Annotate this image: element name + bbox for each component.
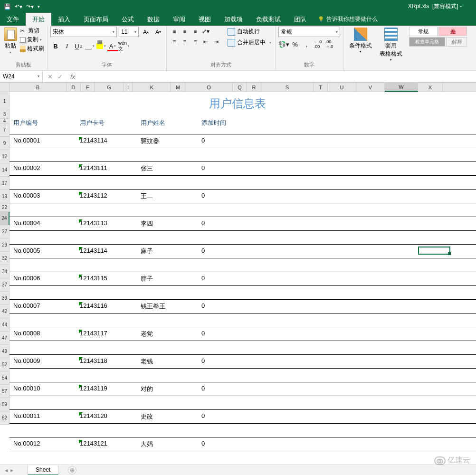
cell-no[interactable]: No.00006 <box>13 275 80 283</box>
indent-increase-button[interactable]: ⇥ <box>211 37 221 47</box>
fill-color-button[interactable]: ▾ <box>96 41 106 51</box>
cell-card[interactable]: 12143115 <box>80 275 141 283</box>
fx-icon[interactable]: fx <box>70 73 75 80</box>
border-button[interactable]: ▾ <box>85 41 95 51</box>
paste-button[interactable]: 粘贴 ▾ <box>3 27 18 56</box>
table-row[interactable]: No.0000812143117老党0 <box>10 327 476 341</box>
row-header-14[interactable]: 14 <box>0 163 10 177</box>
tell-me-search[interactable]: 告诉我你想要做什么 <box>318 13 378 26</box>
undo-icon[interactable]: ↶▾ <box>15 3 22 10</box>
row-header-9[interactable]: 9 <box>0 137 10 150</box>
cell-no[interactable]: No.00003 <box>13 192 80 200</box>
tab-loadtest[interactable]: 负载测试 <box>249 13 287 26</box>
align-middle-button[interactable]: ≡ <box>180 27 190 36</box>
cell-name[interactable]: 胖子 <box>141 275 201 283</box>
accounting-button[interactable]: 💱▾ <box>278 39 289 49</box>
row-header-57[interactable]: 57 <box>0 385 10 398</box>
table-row[interactable]: No.0000612143115胖子0 <box>10 272 476 286</box>
col-header-F[interactable]: F <box>81 83 95 92</box>
row-header-44[interactable]: 44 <box>0 318 10 332</box>
cell-time[interactable]: 0 <box>201 412 258 421</box>
row-header-22[interactable]: 22 <box>0 203 10 212</box>
row-header-49[interactable]: 49 <box>0 345 10 358</box>
cell-time[interactable]: 0 <box>201 219 258 228</box>
row-header-1[interactable]: 1 <box>0 92 10 110</box>
tab-view[interactable]: 视图 <box>192 13 218 26</box>
italic-button[interactable]: I <box>62 41 72 51</box>
save-icon[interactable]: 💾 <box>4 3 11 10</box>
tab-layout[interactable]: 页面布局 <box>77 13 115 26</box>
number-format-combo[interactable]: 常规▾ <box>278 27 340 37</box>
cell-time[interactable]: 0 <box>201 137 258 145</box>
cell-card[interactable]: 12143116 <box>80 302 141 311</box>
cell-name[interactable]: 王二 <box>141 192 201 200</box>
cell-time[interactable]: 0 <box>201 302 258 311</box>
style-bad[interactable]: 差 <box>438 27 467 36</box>
cell-card[interactable]: 12143113 <box>80 219 141 228</box>
col-header-S[interactable]: S <box>261 83 314 92</box>
table-row[interactable]: No.0000712143116钱王拳王0 <box>10 299 476 314</box>
font-size-combo[interactable]: 11▾ <box>119 27 139 37</box>
qat-more-icon[interactable]: ▾ <box>38 4 40 9</box>
cell-name[interactable]: 钱王拳王 <box>141 302 201 311</box>
row-header-19[interactable]: 19 <box>0 190 10 203</box>
cell-name[interactable]: 驱蚊器 <box>141 137 201 145</box>
cell-no[interactable]: No.00002 <box>13 164 80 173</box>
cell-no[interactable]: No.00012 <box>13 440 80 448</box>
cell-time[interactable]: 0 <box>201 385 258 393</box>
col-header-I[interactable]: I <box>124 83 133 92</box>
table-row[interactable]: No.0000912143118老钱0 <box>10 354 476 369</box>
align-left-button[interactable]: ≡ <box>170 37 179 47</box>
tab-team[interactable]: 团队 <box>287 13 313 26</box>
align-right-button[interactable]: ≡ <box>190 37 200 47</box>
row-header-3[interactable]: 3 <box>0 110 10 119</box>
tab-review[interactable]: 审阅 <box>166 13 192 26</box>
table-row[interactable]: No.0000512143114麻子0 <box>10 244 476 258</box>
tab-file[interactable]: 文件 <box>0 13 26 26</box>
style-explain[interactable]: 解释 <box>446 37 467 47</box>
row-header-7[interactable]: 7 <box>0 124 10 137</box>
cell-name[interactable]: 更改 <box>141 412 201 421</box>
indent-decrease-button[interactable]: ⇤ <box>201 37 210 47</box>
format-painter-button[interactable]: 格式刷 <box>20 45 44 53</box>
cell-style-gallery[interactable]: 常规 差 检查单元格 解释 <box>409 27 467 47</box>
table-row[interactable]: No.0000112143114驱蚊器0 <box>10 134 476 148</box>
cell-no[interactable]: No.00008 <box>13 330 80 338</box>
row-header-12[interactable]: 12 <box>0 150 10 163</box>
formula-input[interactable] <box>80 71 476 82</box>
format-as-table-button[interactable]: 套用 表格格式▾ <box>377 27 405 63</box>
cell-card[interactable]: 12143114 <box>80 247 141 256</box>
row-header-52[interactable]: 52 <box>0 358 10 371</box>
row-header-37[interactable]: 37 <box>0 278 10 292</box>
col-header-T[interactable]: T <box>314 83 328 92</box>
row-header-24[interactable]: 24 <box>0 212 10 225</box>
new-sheet-button[interactable]: ⊕ <box>68 466 76 475</box>
select-all-corner[interactable] <box>0 83 10 92</box>
cell-no[interactable]: No.00004 <box>13 219 80 228</box>
cell-name[interactable]: 对的 <box>141 385 201 393</box>
copy-button[interactable]: 复制▾ <box>20 36 44 44</box>
tab-formulas[interactable]: 公式 <box>115 13 141 26</box>
cell-card[interactable]: 12143121 <box>80 440 141 448</box>
merge-center-button[interactable]: 合并后居中▾ <box>227 38 272 48</box>
table-row[interactable]: No.0001012143119对的0 <box>10 382 476 396</box>
col-header-W[interactable]: W <box>385 83 418 92</box>
sheet-tab-active[interactable]: Sheet <box>28 465 58 475</box>
cell-name[interactable]: 张三 <box>141 164 201 173</box>
table-row[interactable]: No.0000312143112王二0 <box>10 189 476 203</box>
cell-name[interactable]: 老钱 <box>141 357 201 366</box>
cell-card[interactable]: 12143119 <box>80 385 141 393</box>
table-row[interactable]: No.0001112143120更改0 <box>10 409 476 424</box>
cell-time[interactable]: 0 <box>201 440 258 448</box>
col-header-V[interactable]: V <box>356 83 385 92</box>
style-check[interactable]: 检查单元格 <box>409 37 445 47</box>
col-header-Q[interactable]: Q <box>233 83 247 92</box>
row-header-29[interactable]: 29 <box>0 238 10 252</box>
tab-nav-prev[interactable]: ◂ <box>5 467 8 474</box>
cell-no[interactable]: No.00009 <box>13 357 80 366</box>
cancel-icon[interactable]: ✕ <box>48 73 53 80</box>
col-header-O[interactable]: O <box>185 83 233 92</box>
row-header-17[interactable]: 17 <box>0 177 10 190</box>
comma-button[interactable]: , <box>301 39 312 49</box>
cell-card[interactable]: 12143112 <box>80 192 141 200</box>
